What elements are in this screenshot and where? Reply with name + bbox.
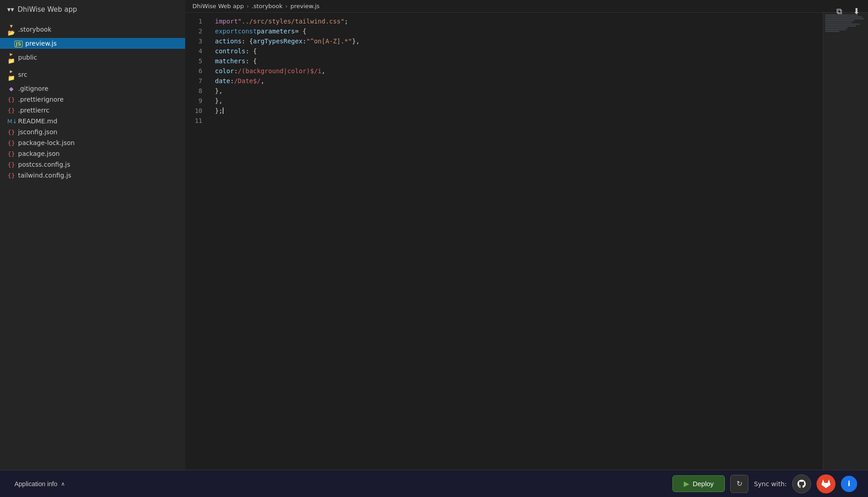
sidebar-item-prettierignore[interactable]: {}.prettierignore: [0, 94, 185, 105]
top-right-toolbar: ⧉ ⬇: [833, 5, 863, 18]
sidebar-item-label-jsconfig: jsconfig.json: [18, 128, 178, 136]
sidebar-item-icon-packagejson: {}: [7, 150, 15, 157]
sidebar-item-label-src: src: [18, 71, 178, 78]
download-button[interactable]: ⬇: [849, 5, 863, 18]
sidebar: ▾ DhiWise Web app ▾ 📂.storybookJSpreview…: [0, 0, 185, 470]
sidebar-item-preview-js[interactable]: JSpreview.js: [0, 38, 185, 49]
app-info-chevron-icon: ∧: [61, 481, 65, 487]
code-line-6: color: /(background|color)$/i,: [215, 66, 823, 76]
sidebar-item-icon-packagelock: {}: [7, 140, 15, 146]
sidebar-item-label-gitignore: .gitignore: [18, 85, 178, 92]
line-number-9: 9: [185, 96, 202, 106]
sidebar-title: DhiWise Web app: [18, 5, 77, 14]
line-number-2: 2: [185, 26, 202, 36]
sidebar-item-packagejson[interactable]: {}package.json: [0, 148, 185, 159]
code-line-10: };: [215, 106, 823, 116]
code-line-11: [215, 116, 823, 126]
line-number-7: 7: [185, 76, 202, 86]
sidebar-item-icon-src: ▸ 📁: [7, 68, 15, 81]
breadcrumb-sep-0: ›: [247, 3, 249, 9]
breadcrumb-part-0[interactable]: DhiWise Web app: [192, 3, 244, 9]
line-number-3: 3: [185, 36, 202, 46]
sidebar-item-icon-gitignore: ◆: [7, 85, 15, 92]
editor-area: DhiWise Web app › .storybook › preview.j…: [185, 0, 868, 470]
sync-area: Sync with: i: [754, 474, 857, 493]
deploy-button[interactable]: ▶ Deploy: [672, 475, 725, 492]
sidebar-item-label-prettierrc: .prettierrc: [18, 107, 178, 114]
code-line-4: controls: {: [215, 46, 823, 56]
sync-refresh-button[interactable]: ↻: [730, 475, 748, 493]
breadcrumb-part-1[interactable]: .storybook: [252, 3, 283, 9]
line-number-5: 5: [185, 56, 202, 66]
gitlab-sync-button[interactable]: [817, 474, 835, 493]
app-info-label: Application info: [14, 480, 57, 488]
copy-button[interactable]: ⧉: [833, 5, 846, 18]
github-sync-button[interactable]: [792, 474, 811, 493]
sidebar-item-label-postcss: postcss.config.js: [18, 161, 178, 168]
sidebar-item-label-storybook: .storybook: [18, 26, 178, 33]
code-line-1: import "../src/styles/tailwind.css";: [215, 16, 823, 26]
line-number-11: 11: [185, 116, 202, 126]
sidebar-item-postcss[interactable]: {}postcss.config.js: [0, 159, 185, 170]
code-line-8: },: [215, 86, 823, 96]
sidebar-item-label-preview-js: preview.js: [25, 40, 178, 47]
sidebar-tree: ▾ 📂.storybookJSpreview.js▸ 📁public▸ 📁src…: [0, 19, 185, 470]
sidebar-item-icon-jsconfig: {}: [7, 129, 15, 136]
deploy-label: Deploy: [693, 480, 714, 488]
minimap: [823, 13, 868, 470]
app-info-button[interactable]: Application info ∧: [11, 478, 69, 490]
sidebar-item-label-packagejson: package.json: [18, 150, 178, 157]
sidebar-item-public[interactable]: ▸ 📁public: [0, 49, 185, 66]
sidebar-item-icon-public: ▸ 📁: [7, 51, 15, 64]
code-content[interactable]: import "../src/styles/tailwind.css";expo…: [208, 13, 823, 470]
sidebar-item-src[interactable]: ▸ 📁src: [0, 66, 185, 83]
line-number-4: 4: [185, 46, 202, 56]
code-line-3: actions: { argTypesRegex: "^on[A-Z].*" }…: [215, 36, 823, 46]
line-number-6: 6: [185, 66, 202, 76]
sidebar-item-label-prettierignore: .prettierignore: [18, 96, 178, 103]
sidebar-item-icon-postcss: {}: [7, 161, 15, 168]
sidebar-item-icon-storybook: ▾ 📂: [7, 23, 15, 36]
sidebar-item-tailwind[interactable]: {}tailwind.config.js: [0, 170, 185, 181]
sidebar-item-label-packagelock: package-lock.json: [18, 139, 178, 146]
sidebar-item-jsconfig[interactable]: {}jsconfig.json: [0, 127, 185, 137]
sidebar-item-label-readme: README.md: [18, 117, 178, 125]
code-line-9: },: [215, 96, 823, 106]
code-line-5: matchers: {: [215, 56, 823, 66]
sidebar-collapse-icon[interactable]: ▾: [7, 5, 14, 14]
sidebar-item-prettierrc[interactable]: {}.prettierrc: [0, 105, 185, 116]
sidebar-item-icon-prettierignore: {}: [7, 96, 15, 103]
sidebar-header[interactable]: ▾ DhiWise Web app: [0, 0, 185, 19]
code-editor[interactable]: 1234567891011 import "../src/styles/tail…: [185, 13, 868, 470]
line-number-10: 10: [185, 106, 202, 116]
code-line-2: export const parameters = {: [215, 26, 823, 36]
sidebar-item-storybook[interactable]: ▾ 📂.storybook: [0, 21, 185, 38]
sidebar-item-label-public: public: [18, 54, 178, 61]
line-numbers: 1234567891011: [185, 13, 208, 470]
sidebar-item-packagelock[interactable]: {}package-lock.json: [0, 137, 185, 148]
sidebar-item-readme[interactable]: M↓README.md: [0, 116, 185, 127]
code-line-7: date: /Date$/,: [215, 76, 823, 86]
play-icon: ▶: [684, 479, 689, 488]
sidebar-item-icon-readme: M↓: [7, 118, 15, 125]
line-number-8: 8: [185, 86, 202, 96]
bottom-bar: Application info ∧ ▶ Deploy ↻ Sync with:…: [0, 470, 868, 497]
sidebar-item-icon-tailwind: {}: [7, 172, 15, 179]
sidebar-item-gitignore[interactable]: ◆.gitignore: [0, 83, 185, 94]
info-button[interactable]: i: [841, 476, 857, 492]
sidebar-item-icon-prettierrc: {}: [7, 107, 15, 114]
sync-label: Sync with:: [754, 480, 787, 488]
line-number-1: 1: [185, 16, 202, 26]
breadcrumb-sep-1: ›: [285, 3, 288, 9]
sidebar-item-icon-preview-js: JS: [14, 40, 23, 47]
breadcrumb-part-2[interactable]: preview.js: [290, 3, 320, 9]
breadcrumb: DhiWise Web app › .storybook › preview.j…: [185, 0, 868, 13]
sidebar-item-label-tailwind: tailwind.config.js: [18, 172, 178, 179]
